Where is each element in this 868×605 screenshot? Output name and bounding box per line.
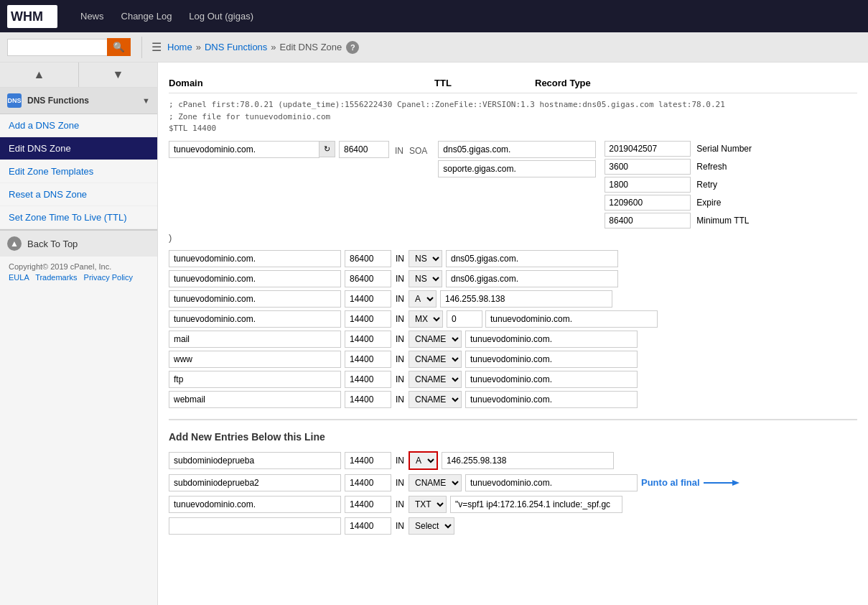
new-record-ttl-input[interactable]: [345, 517, 391, 535]
record-name-input[interactable]: [169, 270, 341, 287]
help-icon[interactable]: ?: [346, 41, 359, 54]
table-row: IN CNAME: [169, 371, 857, 388]
record-type-select[interactable]: CNAME: [409, 331, 462, 348]
new-entry-row-4: IN Select: [169, 517, 857, 535]
soa-ttl-input[interactable]: 86400: [339, 141, 389, 158]
new-record-value-input[interactable]: [442, 452, 614, 469]
soa-expire-label: Expire: [696, 198, 721, 208]
soa-record: tunuevodominio.com. ↻ 86400 IN SOA dns05…: [169, 141, 857, 228]
record-name-input[interactable]: [169, 331, 341, 348]
new-record-ttl-input[interactable]: [345, 452, 391, 469]
record-name-input[interactable]: [169, 310, 341, 328]
record-type-select[interactable]: A: [409, 290, 437, 308]
breadcrumb-page: Edit DNS Zone: [280, 42, 342, 52]
trademarks-link[interactable]: Trademarks: [35, 273, 77, 282]
sidebar-up-btn[interactable]: ▲: [0, 63, 79, 87]
record-value-input[interactable]: [465, 391, 638, 408]
record-type-select[interactable]: MX: [409, 310, 443, 328]
record-value-input[interactable]: [446, 270, 618, 287]
record-type-select[interactable]: CNAME: [409, 371, 462, 388]
new-record-value-input[interactable]: [450, 496, 622, 513]
record-ttl-input[interactable]: [345, 310, 391, 328]
search-input[interactable]: [7, 39, 108, 56]
new-record-type-select[interactable]: Select: [409, 517, 454, 535]
back-to-top-icon: ▲: [7, 236, 22, 251]
sidebar-item-edit-zone-templates[interactable]: Edit Zone Templates: [0, 160, 157, 183]
nav-logout[interactable]: Log Out (gigas): [189, 11, 253, 22]
record-ttl-input[interactable]: [345, 270, 391, 287]
record-name-input[interactable]: [169, 290, 341, 308]
record-ttl-input[interactable]: [345, 351, 391, 368]
dns-icon: DNS: [7, 93, 22, 108]
new-record-type-select[interactable]: TXT: [409, 496, 447, 513]
search-button[interactable]: 🔍: [107, 38, 131, 56]
nav-news[interactable]: News: [80, 11, 104, 22]
annotation-label: Punto al final: [641, 477, 700, 488]
new-record-name-input[interactable]: [169, 474, 341, 491]
nav-changelog[interactable]: Change Log: [121, 11, 172, 22]
record-ttl-input[interactable]: [345, 290, 391, 308]
soa-refresh-row: 3600 Refresh: [605, 159, 752, 175]
soa-contact-input[interactable]: soporte.gigas.com.: [438, 160, 596, 177]
record-value-input[interactable]: [485, 310, 658, 328]
zone-info-line-2: ; Zone file for tunuevodominio.com: [169, 111, 857, 124]
record-value-input[interactable]: [465, 331, 638, 348]
eula-link[interactable]: EULA: [9, 273, 29, 282]
sidebar-toggle[interactable]: ☰: [151, 40, 162, 54]
new-record-type-select[interactable]: CNAME: [409, 474, 462, 491]
record-value-input[interactable]: [465, 371, 638, 388]
record-class: IN: [396, 394, 404, 405]
record-name-input[interactable]: [169, 351, 341, 368]
soa-expire-input[interactable]: 1209600: [605, 195, 691, 211]
new-record-class: IN: [396, 521, 404, 531]
new-record-name-input[interactable]: [169, 452, 341, 469]
sidebar-item-edit-dns-zone[interactable]: Edit DNS Zone: [0, 137, 157, 160]
zone-info-line-1: ; cPanel first:78.0.21 (update_time):155…: [169, 99, 857, 111]
soa-serial-input[interactable]: 2019042507: [605, 141, 691, 157]
record-ttl-input[interactable]: [345, 250, 391, 267]
record-name-input[interactable]: [169, 371, 341, 388]
record-type-select[interactable]: CNAME: [409, 351, 462, 368]
record-value-input[interactable]: [465, 351, 638, 368]
back-to-top[interactable]: ▲ Back To Top: [0, 229, 157, 257]
privacy-link[interactable]: Privacy Policy: [84, 273, 133, 282]
record-ttl-input[interactable]: [345, 371, 391, 388]
sidebar-item-set-zone-ttl[interactable]: Set Zone Time To Live (TTL): [0, 206, 157, 229]
table-row: IN A: [169, 290, 857, 308]
soa-reset-btn[interactable]: ↻: [319, 141, 335, 157]
breadcrumb: Home » DNS Functions » Edit DNS Zone ?: [167, 41, 359, 54]
sidebar-down-btn[interactable]: ▼: [79, 63, 157, 87]
main-content: Domain TTL Record Type ; cPanel first:78…: [158, 63, 868, 605]
record-type-select[interactable]: NS: [409, 250, 442, 267]
sidebar-item-add-dns-zone[interactable]: Add a DNS Zone: [0, 114, 157, 137]
soa-nameserver-input[interactable]: dns05.gigas.com.: [438, 141, 596, 158]
breadcrumb-section[interactable]: DNS Functions: [205, 42, 267, 52]
new-entry-row-3: Punto al final IN TXT: [169, 496, 857, 513]
record-value-input[interactable]: [446, 250, 618, 267]
new-record-ttl-input[interactable]: [345, 474, 391, 491]
record-name-input[interactable]: [169, 391, 341, 408]
record-type-select[interactable]: CNAME: [409, 391, 462, 408]
new-record-value-input[interactable]: [465, 474, 638, 491]
record-type-select[interactable]: NS: [409, 270, 442, 287]
new-record-name-input[interactable]: [169, 496, 341, 513]
record-ttl-input[interactable]: [345, 391, 391, 408]
add-entries-title: Add New Entries Below this Line: [169, 431, 857, 443]
section-divider: [169, 419, 857, 420]
sidebar-item-reset-dns-zone[interactable]: Reset a DNS Zone: [0, 183, 157, 206]
record-name-input[interactable]: [169, 250, 341, 267]
soa-retry-input[interactable]: 1800: [605, 177, 691, 193]
record-priority-input[interactable]: [447, 310, 482, 328]
new-record-ttl-input[interactable]: [345, 496, 391, 513]
new-record-class: IN: [396, 456, 404, 466]
breadcrumb-home[interactable]: Home: [167, 42, 192, 52]
soa-minttl-input[interactable]: 86400: [605, 213, 691, 228]
soa-name-input[interactable]: tunuevodominio.com.: [169, 141, 319, 158]
new-record-type-select[interactable]: A: [409, 451, 438, 470]
record-value-input[interactable]: [440, 290, 612, 308]
sidebar-collapse-btn[interactable]: ▼: [142, 96, 150, 105]
record-class: IN: [396, 354, 404, 364]
soa-refresh-input[interactable]: 3600: [605, 159, 691, 175]
record-ttl-input[interactable]: [345, 331, 391, 348]
new-record-name-input[interactable]: [169, 517, 341, 535]
